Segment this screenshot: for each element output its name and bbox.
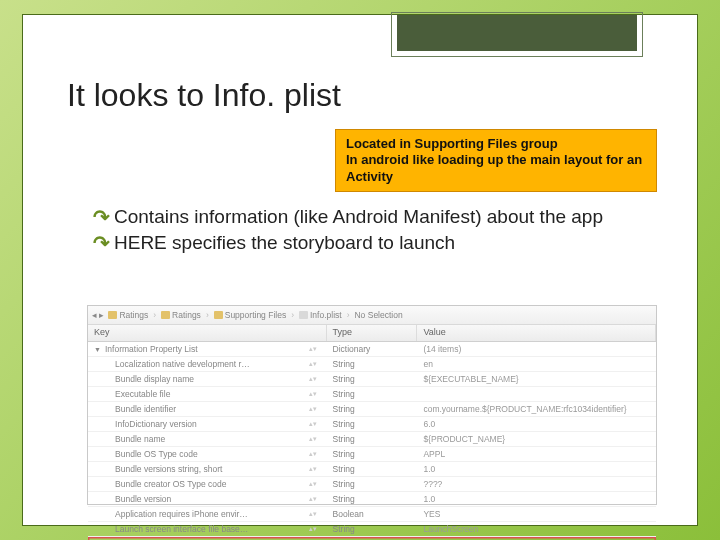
breadcrumb-item[interactable]: Info.plist <box>310 310 342 320</box>
row-key: Application requires iPhone envir… <box>115 509 248 519</box>
row-key: Bundle creator OS Type code <box>115 479 226 489</box>
bullet-item: ↷ Contains information (like Android Man… <box>93 205 657 229</box>
folder-icon <box>108 311 117 319</box>
row-type: String <box>333 464 355 474</box>
stepper-icon[interactable]: ▴▾ <box>309 435 321 443</box>
breadcrumb-item[interactable]: Supporting Files <box>225 310 286 320</box>
bullet-icon: ↷ <box>93 205 110 229</box>
row-type: String <box>333 494 355 504</box>
stepper-icon[interactable]: ▴▾ <box>309 450 321 458</box>
row-type: String <box>333 419 355 429</box>
row-value: 6.0 <box>423 419 435 429</box>
row-value: en <box>423 359 432 369</box>
row-key: Bundle versions string, short <box>115 464 222 474</box>
callout-line: In android like loading up the main layo… <box>346 152 646 185</box>
callout-box: Located in Supporting Files group In and… <box>335 129 657 192</box>
table-row[interactable]: Localization native development r…▴▾Stri… <box>88 357 656 372</box>
stepper-icon[interactable]: ▴▾ <box>309 480 321 488</box>
row-key: Launch screen interface file base… <box>115 524 248 534</box>
row-type: String <box>333 389 355 399</box>
stepper-icon[interactable]: ▴▾ <box>309 465 321 473</box>
row-key: Bundle name <box>115 434 165 444</box>
row-key: Bundle display name <box>115 374 194 384</box>
row-value: YES <box>423 509 440 519</box>
row-value: ${PRODUCT_NAME} <box>423 434 505 444</box>
row-type: String <box>333 479 355 489</box>
xcode-plist-screenshot: ◂ ▸ Ratings › Ratings › Supporting Files… <box>87 305 657 505</box>
slide-title: It looks to Info. plist <box>67 77 341 114</box>
row-key: Bundle OS Type code <box>115 449 198 459</box>
table-row[interactable]: Bundle version▴▾String1.0 <box>88 492 656 507</box>
row-type: String <box>333 449 355 459</box>
folder-icon <box>161 311 170 319</box>
row-value: APPL <box>423 449 445 459</box>
bullet-item: ↷ HERE specifies the storyboard to launc… <box>93 231 657 255</box>
row-type: Boolean <box>333 509 364 519</box>
folder-icon <box>214 311 223 319</box>
row-key: Bundle version <box>115 494 171 504</box>
table-body: ▼Information Property List▴▾Dictionary(1… <box>88 342 656 540</box>
stepper-icon[interactable]: ▴▾ <box>309 495 321 503</box>
breadcrumb-item: No Selection <box>354 310 402 320</box>
row-value: 1.0 <box>423 464 435 474</box>
stepper-icon[interactable]: ▴▾ <box>309 345 321 353</box>
slide-background: It looks to Info. plist Located in Suppo… <box>0 0 720 540</box>
row-key: Information Property List <box>105 344 198 354</box>
stepper-icon[interactable]: ▴▾ <box>309 375 321 383</box>
col-type[interactable]: Type <box>327 325 418 341</box>
callout-line: Located in Supporting Files group <box>346 136 646 152</box>
slide-card: It looks to Info. plist Located in Suppo… <box>22 14 698 526</box>
plist-icon <box>299 311 308 319</box>
stepper-icon[interactable]: ▴▾ <box>309 420 321 428</box>
table-row[interactable]: Bundle OS Type code▴▾StringAPPL <box>88 447 656 462</box>
table-row[interactable]: ▼Information Property List▴▾Dictionary(1… <box>88 342 656 357</box>
row-value: 1.0 <box>423 494 435 504</box>
row-key: Bundle identifier <box>115 404 176 414</box>
row-type: String <box>333 524 355 534</box>
table-row[interactable]: Bundle display name▴▾String${EXECUTABLE_… <box>88 372 656 387</box>
row-type: String <box>333 359 355 369</box>
stepper-icon[interactable]: ▴▾ <box>309 405 321 413</box>
bullet-text: HERE specifies the storyboard to launch <box>114 231 657 255</box>
col-value[interactable]: Value <box>417 325 656 341</box>
nav-arrows-icon[interactable]: ◂ ▸ <box>92 310 104 320</box>
row-type: String <box>333 374 355 384</box>
row-type: Dictionary <box>333 344 371 354</box>
stepper-icon[interactable]: ▴▾ <box>309 525 321 533</box>
stepper-icon[interactable]: ▴▾ <box>309 390 321 398</box>
row-value: ???? <box>423 479 442 489</box>
breadcrumb-item[interactable]: Ratings <box>172 310 201 320</box>
row-key: InfoDictionary version <box>115 419 197 429</box>
breadcrumb-item[interactable]: Ratings <box>119 310 148 320</box>
table-row[interactable]: Bundle versions string, short▴▾String1.0 <box>88 462 656 477</box>
row-value: LaunchScreen <box>423 524 478 534</box>
row-key: Executable file <box>115 389 170 399</box>
row-value: (14 items) <box>423 344 461 354</box>
row-type: String <box>333 434 355 444</box>
table-row[interactable]: Bundle name▴▾String${PRODUCT_NAME} <box>88 432 656 447</box>
table-header: Key Type Value <box>88 325 656 342</box>
row-type: String <box>333 404 355 414</box>
row-value: ${EXECUTABLE_NAME} <box>423 374 518 384</box>
stepper-icon[interactable]: ▴▾ <box>309 510 321 518</box>
table-row[interactable]: Bundle creator OS Type code▴▾String???? <box>88 477 656 492</box>
row-key: Localization native development r… <box>115 359 250 369</box>
bullet-text: Contains information (like Android Manif… <box>114 205 657 229</box>
disclosure-icon[interactable]: ▼ <box>94 346 102 353</box>
breadcrumb: ◂ ▸ Ratings › Ratings › Supporting Files… <box>88 306 656 325</box>
row-value: com.yourname.${PRODUCT_NAME:rfc1034ident… <box>423 404 626 414</box>
body-text: ↷ Contains information (like Android Man… <box>93 205 657 257</box>
table-row[interactable]: Bundle identifier▴▾Stringcom.yourname.${… <box>88 402 656 417</box>
col-key[interactable]: Key <box>88 325 327 341</box>
table-row[interactable]: Executable file▴▾String <box>88 387 656 402</box>
accent-bar <box>397 15 637 51</box>
bullet-icon: ↷ <box>93 231 110 255</box>
table-row[interactable]: Launch screen interface file base…▴▾Stri… <box>88 522 656 537</box>
table-row[interactable]: Application requires iPhone envir…▴▾Bool… <box>88 507 656 522</box>
stepper-icon[interactable]: ▴▾ <box>309 360 321 368</box>
table-row[interactable]: InfoDictionary version▴▾String6.0 <box>88 417 656 432</box>
